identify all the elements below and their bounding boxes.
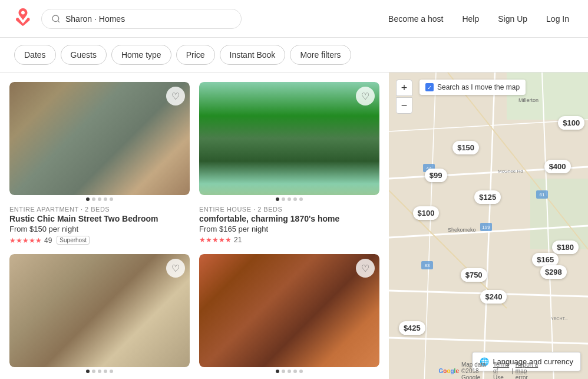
report-link[interactable]: Report a map error [516, 361, 539, 379]
dot [110, 197, 113, 201]
svg-text:YECHT...: YECHT... [551, 317, 568, 321]
listing-type: Entire House · 2 Beds [199, 206, 379, 213]
dot [110, 370, 113, 373]
dot [92, 370, 95, 373]
price-bubble[interactable]: $125 [474, 190, 501, 204]
search-input[interactable] [65, 14, 232, 24]
price-bubble[interactable]: $400 [544, 160, 571, 173]
price-bubble[interactable]: $99 [425, 169, 447, 182]
search-as-move-checkbox[interactable]: ✓ Search as I move the map [419, 80, 526, 95]
listing-photo-3 [9, 254, 190, 367]
map-data-text: Map data ©2018 Google [461, 361, 491, 379]
svg-point-0 [52, 15, 59, 22]
listing-photo-2 [199, 82, 379, 195]
listing-card[interactable]: ♡ Entire House · 2 Beds comfortable, cha… [199, 82, 379, 245]
svg-text:83: 83 [425, 263, 430, 268]
terms-link[interactable]: Terms of Use [493, 361, 509, 379]
instant-book-filter[interactable]: Instant Book [220, 45, 286, 65]
become-host-link[interactable]: Become a host [384, 12, 448, 26]
zoom-out-button[interactable]: − [396, 97, 412, 114]
dot [86, 197, 90, 201]
dot [92, 197, 95, 201]
home-type-filter[interactable]: Home type [111, 45, 171, 65]
wishlist-button[interactable]: ♡ [166, 87, 185, 106]
filter-bar: Dates Guests Home type Price Instant Boo… [0, 38, 588, 72]
listing-card[interactable]: ♡ Entire Apartment · 2 Beds Rustic Chic … [9, 82, 190, 245]
listing-image: ♡ [199, 82, 379, 195]
google-logo: Google [439, 368, 459, 374]
dot [299, 370, 303, 373]
rating-stars: ★★★★★ [199, 236, 232, 244]
search-bar[interactable] [41, 9, 242, 29]
price-bubble[interactable]: $750 [461, 268, 487, 282]
dot [276, 370, 279, 373]
listing-image: ♡ [9, 82, 190, 195]
wishlist-button[interactable]: ♡ [356, 259, 375, 278]
airbnb-logo[interactable] [14, 7, 32, 30]
dot [98, 197, 101, 201]
rating-stars: ★★★★★ [9, 236, 42, 245]
price-bubble[interactable]: $165 [532, 253, 559, 266]
more-filters-filter[interactable]: More filters [290, 45, 351, 65]
listing-image: ♡ [199, 254, 379, 367]
image-dots [199, 370, 379, 373]
wishlist-button[interactable]: ♡ [356, 87, 375, 106]
superhost-badge: Superhost [57, 236, 90, 245]
price-bubble[interactable]: $298 [540, 265, 567, 279]
log-in-link[interactable]: Log In [541, 12, 574, 26]
price-bubble[interactable]: $100 [413, 206, 440, 220]
svg-text:Shekomeko: Shekomeko [448, 227, 476, 233]
dot [288, 370, 291, 373]
svg-text:McGhee Rd: McGhee Rd [498, 169, 523, 174]
price-bubble[interactable]: $150 [452, 141, 479, 154]
listing-image: ♡ [9, 254, 190, 367]
dot [104, 197, 107, 201]
search-icon [51, 14, 61, 24]
listing-card[interactable]: ♡ Entire Apartment · 1 Bed Rustic Chic O… [9, 254, 190, 379]
listing-title: comfortable, charming 1870's home [199, 214, 379, 223]
price-bubble[interactable]: $425 [399, 321, 425, 335]
dot [98, 370, 101, 373]
dot [276, 197, 279, 201]
price-bubble[interactable]: $240 [480, 290, 507, 304]
main-content: ♡ Entire Apartment · 2 Beds Rustic Chic … [0, 72, 588, 379]
map-attribution: Google Map data ©2018 Google Terms of Us… [439, 361, 539, 379]
price-bubble[interactable]: $100 [558, 116, 584, 130]
listing-photo-4 [199, 254, 379, 367]
wishlist-button[interactable]: ♡ [166, 259, 185, 278]
price-filter[interactable]: Price [176, 45, 215, 65]
image-dots [199, 197, 379, 201]
listing-meta: Entire House · 2 Beds comfortable, charm… [199, 206, 379, 244]
dot [288, 197, 291, 201]
listing-type: Entire Apartment · 2 Beds [9, 206, 190, 213]
dot [293, 370, 297, 373]
price-bubble[interactable]: $180 [552, 240, 579, 254]
dot [282, 197, 285, 201]
svg-text:61: 61 [540, 192, 545, 197]
image-dots [9, 370, 190, 373]
listing-price: From $165 per night [199, 225, 379, 233]
zoom-in-button[interactable]: + [396, 80, 412, 96]
listing-rating: ★★★★★ 21 [199, 236, 379, 244]
dot [282, 370, 285, 373]
map-panel: 44 199 83 61 Millerton Shekomeko McGhee … [389, 72, 588, 379]
listing-rating: ★★★★★ 49 Superhost [9, 236, 190, 245]
listing-price: From $150 per night [9, 225, 190, 233]
guests-filter[interactable]: Guests [61, 45, 107, 65]
svg-line-1 [58, 21, 60, 22]
listing-title: Rustic Chic Main Street Two Bedroom [9, 214, 190, 223]
search-as-move-label: Search as I move the map [437, 83, 520, 91]
dot [104, 370, 107, 373]
separator: | [511, 368, 513, 374]
header: Become a host Help Sign Up Log In [0, 0, 588, 38]
map-zoom-controls: + − [396, 80, 412, 114]
svg-text:199: 199 [482, 225, 490, 230]
sign-up-link[interactable]: Sign Up [493, 12, 532, 26]
dates-filter[interactable]: Dates [14, 45, 56, 65]
help-link[interactable]: Help [457, 12, 484, 26]
listing-card[interactable]: ♡ Entire House · 5 Beds The Amenia House… [199, 254, 379, 379]
listing-meta: Entire Apartment · 2 Beds Rustic Chic Ma… [9, 206, 190, 245]
image-dots [9, 197, 190, 201]
header-nav: Become a host Help Sign Up Log In [384, 12, 574, 26]
listings-panel: ♡ Entire Apartment · 2 Beds Rustic Chic … [0, 72, 389, 379]
